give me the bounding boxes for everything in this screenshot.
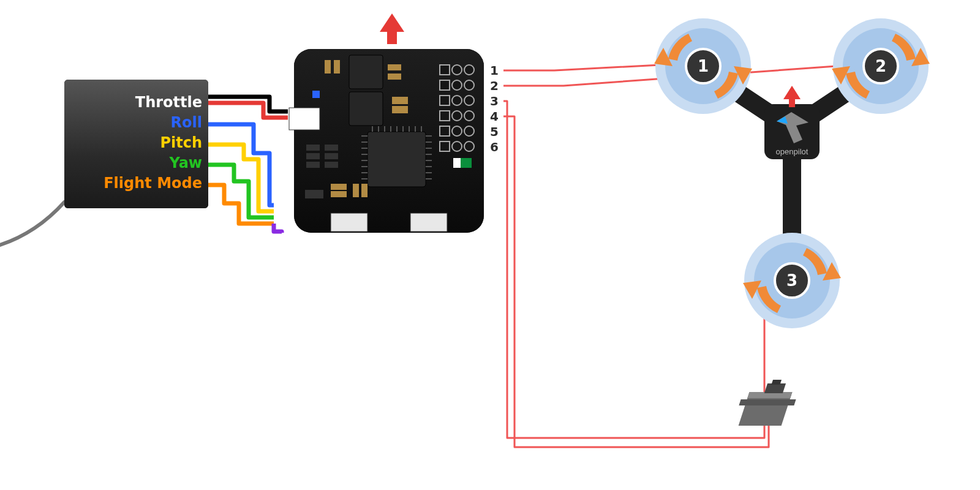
flight-controller: 1 2 3 4 5 6 [289, 13, 499, 233]
svg-rect-54 [410, 213, 447, 232]
svg-rect-38 [392, 97, 408, 104]
svg-text:1: 1 [698, 57, 709, 75]
svg-rect-37 [312, 91, 320, 98]
svg-rect-34 [334, 60, 340, 74]
svg-rect-40 [306, 145, 320, 151]
hub-forward-arrow-icon [783, 86, 801, 107]
svg-rect-64 [440, 111, 450, 121]
svg-rect-44 [325, 153, 338, 159]
forward-arrow-icon [380, 13, 404, 44]
receiver: Throttle Roll Pitch Yaw Flight Mode [64, 80, 208, 208]
svg-rect-61 [440, 96, 450, 105]
svg-rect-36 [388, 74, 401, 80]
svg-rect-5 [349, 55, 383, 89]
svg-point-71 [452, 141, 462, 151]
rx-channel-flightmode: Flight Mode [104, 175, 202, 192]
servo-icon [733, 380, 802, 426]
output-pin-1: 1 [490, 63, 499, 78]
svg-point-59 [452, 80, 462, 90]
svg-rect-33 [325, 60, 331, 74]
svg-point-65 [452, 111, 462, 121]
svg-rect-50 [305, 190, 323, 198]
svg-rect-47 [331, 191, 347, 197]
svg-rect-48 [353, 184, 359, 197]
rx-channel-roll: Roll [171, 114, 202, 131]
svg-point-69 [464, 126, 474, 136]
svg-rect-35 [388, 64, 401, 70]
svg-rect-41 [306, 153, 320, 159]
svg-rect-43 [325, 145, 338, 151]
svg-point-72 [464, 141, 474, 151]
svg-rect-67 [440, 126, 450, 136]
svg-rect-39 [392, 106, 408, 113]
input-wires [208, 97, 288, 233]
motor-3: 3 [743, 233, 841, 328]
output-pin-4: 4 [490, 109, 499, 124]
svg-rect-4 [289, 108, 320, 130]
tricopter: openpilot [654, 18, 930, 426]
svg-rect-42 [306, 162, 320, 168]
svg-point-56 [452, 65, 462, 75]
output-pin-3: 3 [490, 94, 499, 108]
svg-rect-91 [764, 383, 786, 393]
brand-label: openpilot [776, 147, 809, 156]
svg-point-68 [452, 126, 462, 136]
svg-rect-49 [361, 184, 368, 197]
svg-point-60 [464, 80, 474, 90]
svg-rect-55 [440, 65, 450, 75]
svg-point-63 [464, 96, 474, 105]
svg-rect-7 [368, 132, 426, 187]
svg-rect-90 [739, 399, 796, 405]
svg-rect-53 [331, 213, 368, 232]
svg-rect-46 [331, 184, 347, 190]
svg-text:2: 2 [875, 57, 886, 75]
output-pin-5: 5 [490, 124, 499, 139]
svg-point-57 [464, 65, 474, 75]
svg-rect-6 [349, 92, 383, 126]
svg-point-66 [464, 111, 474, 121]
svg-point-62 [452, 96, 462, 105]
svg-rect-70 [440, 141, 450, 151]
output-pin-6: 6 [490, 140, 499, 154]
rx-channel-yaw: Yaw [168, 154, 202, 172]
antenna-icon [0, 202, 64, 245]
svg-text:3: 3 [786, 271, 797, 290]
svg-rect-58 [440, 80, 450, 90]
svg-rect-45 [325, 162, 338, 168]
rx-channel-pitch: Pitch [160, 134, 202, 151]
rx-channel-throttle: Throttle [135, 94, 202, 111]
svg-rect-52 [461, 158, 472, 168]
svg-rect-92 [771, 380, 782, 385]
output-pin-2: 2 [490, 78, 499, 93]
